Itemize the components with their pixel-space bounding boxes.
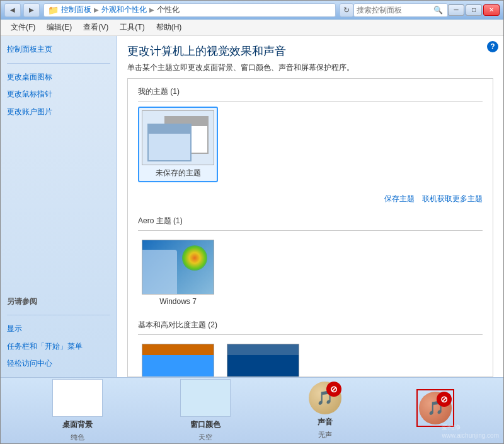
folder-icon: 📁 [48,5,59,15]
bottom-toolbar: 桌面背景 纯色 窗口颜色 天空 🎵 ⊘ 声音 无声 🎵 ⊘ [1,377,503,443]
sound-icon-wrap: 🎵 ⊘ [309,382,341,414]
toolbar-label-windowcolor: 窗口颜色 [190,419,220,430]
page-title: 更改计算机上的视觉效果和声音 [127,44,493,59]
menu-tools[interactable]: 工具(T) [115,20,149,35]
sidebar-also-section: 另请参阅 [7,296,110,307]
win7-logo [182,245,207,271]
search-input[interactable] [357,6,432,15]
theme-label-win7: Windows 7 [159,297,197,306]
get-more-themes-link[interactable]: 联机获取更多主题 [422,194,483,204]
breadcrumb-sep-0: ▶ [94,6,99,13]
mute-overlay-icon: ⊘ [326,382,341,397]
menu-view[interactable]: 查看(V) [78,20,113,35]
sidebar-link-ease-access[interactable]: 轻松访问中心 [7,358,110,370]
toolbar-item-windowcolor[interactable]: 窗口颜色 天空 [180,379,231,442]
section-label-my-themes: 我的主题 (1) [138,84,483,102]
theme-thumb-win7 [142,240,214,295]
theme-thumb-basic-blue [142,344,214,377]
toolbar-sublabel-desktop: 纯色 [71,433,84,442]
content-header: 更改计算机上的视觉效果和声音 单击某个主题立即更改桌面背景、窗口颜色、声音和屏幕… [117,36,503,78]
toolbar-item-screensaver[interactable]: 🎵 ⊘ [419,392,452,429]
content-area: ? 更改计算机上的视觉效果和声音 单击某个主题立即更改桌面背景、窗口颜色、声音和… [117,36,503,377]
main-window: ◀ ▶ 📁 控制面板 ▶ 外观和个性化 ▶ 个性化 ↻ 🔍 ─ □ ✕ 文件(F… [0,0,504,444]
forward-button[interactable]: ▶ [23,3,40,17]
sidebar-link-home[interactable]: 控制面板主页 [7,44,110,56]
title-bar: ◀ ▶ 📁 控制面板 ▶ 外观和个性化 ▶ 个性化 ↻ 🔍 ─ □ ✕ [1,1,503,20]
sidebar-divider-1 [7,63,110,64]
content-description: 单击某个主题立即更改桌面背景、窗口颜色、声音和屏幕保护程序。 [127,62,493,73]
help-icon[interactable]: ? [487,41,498,52]
breadcrumb: 📁 控制面板 ▶ 外观和个性化 ▶ 个性化 [43,3,336,17]
menu-bar: 文件(F) 编辑(E) 查看(V) 工具(T) 帮助(H) [1,20,503,36]
toolbar-label-desktop: 桌面背景 [62,419,93,430]
menu-help[interactable]: 帮助(H) [151,20,187,35]
section-label-basic: 基本和高对比度主题 (2) [138,317,483,335]
refresh-button[interactable]: ↻ [340,3,353,17]
theme-items-aero: Windows 7 [138,236,483,310]
theme-thumb-basic-darkblue [227,344,299,377]
desktop-thumb [52,379,103,417]
sidebar-link-taskbar[interactable]: 任务栏和「开始」菜单 [7,341,110,353]
main-area: 控制面板主页 更改桌面图标 更改鼠标指针 更改账户图片 另请参阅 显示 任务栏和… [1,36,503,377]
nav-controls: ◀ ▶ [4,3,40,17]
theme-item-win7[interactable]: Windows 7 [138,236,218,310]
menu-file[interactable]: 文件(F) [6,20,40,35]
save-theme-link[interactable]: 保存主题 [384,194,415,204]
theme-label-unsaved: 未保存的主题 [156,168,201,178]
breadcrumb-item-1[interactable]: 外观和个性化 [101,4,147,15]
theme-thumb-unsaved [142,110,214,165]
back-button[interactable]: ◀ [4,3,21,17]
front-window-decoration [147,124,192,161]
minimize-button[interactable]: ─ [448,4,464,16]
sidebar-link-desktop-icons[interactable]: 更改桌面图标 [7,71,110,83]
sidebar: 控制面板主页 更改桌面图标 更改鼠标指针 更改账户图片 另请参阅 显示 任务栏和… [1,36,117,377]
theme-items-basic [138,340,483,377]
theme-scroll-area[interactable]: 我的主题 (1) 未保存的主题 保存主题 联机获取更多主题 [127,78,493,377]
toolbar-sublabel-windowcolor: 天空 [198,433,212,442]
toolbar-label-sound: 声音 [318,417,333,428]
menu-edit[interactable]: 编辑(E) [42,20,77,35]
maximize-button[interactable]: □ [466,4,482,16]
theme-item-basic-darkblue[interactable] [223,340,303,377]
theme-items-my: 未保存的主题 [138,107,483,182]
breadcrumb-sep-1: ▶ [149,6,154,13]
sidebar-link-account-picture[interactable]: 更改账户图片 [7,106,110,118]
section-label-aero: Aero 主题 (1) [138,213,483,231]
windowcolor-thumb [180,379,231,417]
breadcrumb-item-2: 个性化 [157,4,180,15]
breadcrumb-item-0[interactable]: 控制面板 [61,4,91,15]
search-button[interactable]: 🔍 [432,4,444,16]
toolbar-item-desktop[interactable]: 桌面背景 纯色 [52,379,103,442]
window-controls: ─ □ ✕ [448,4,500,16]
screensaver-icon-wrap: 🎵 ⊘ [419,392,452,424]
sidebar-link-mouse-pointer[interactable]: 更改鼠标指针 [7,88,110,100]
theme-action-row: 保存主题 联机获取更多主题 [138,190,483,208]
win7-overlay [142,250,177,294]
toolbar-item-sound[interactable]: 🎵 ⊘ 声音 无声 [309,382,341,440]
toolbar-sublabel-sound: 无声 [318,430,332,440]
sidebar-divider-2 [7,315,110,315]
search-box: 🔍 [353,3,448,17]
theme-item-unsaved[interactable]: 未保存的主题 [138,107,218,182]
sidebar-link-display[interactable]: 显示 [7,323,110,335]
close-button[interactable]: ✕ [483,4,500,16]
theme-item-basic-blue[interactable] [138,340,218,377]
